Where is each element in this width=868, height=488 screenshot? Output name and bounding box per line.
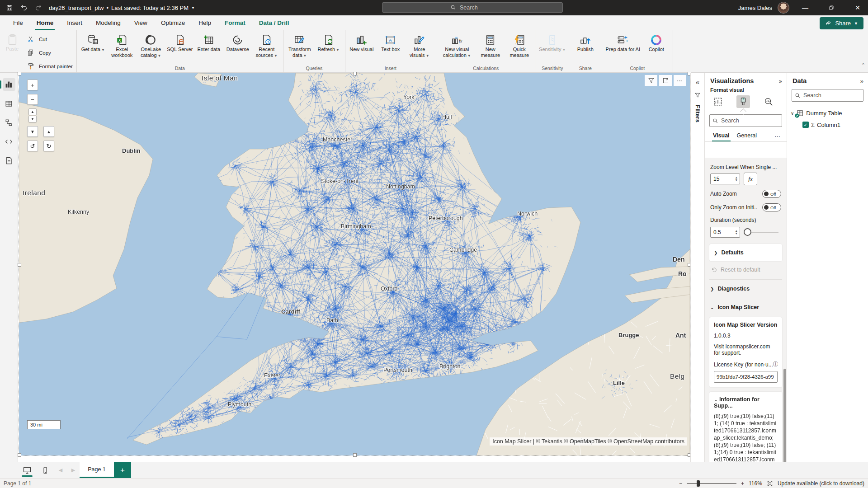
field-column1[interactable]: ✓ Σ Column1 (791, 119, 864, 131)
expand-filters-icon[interactable]: « (696, 78, 699, 86)
ribbon-button-dataverse[interactable]: Dataverse (223, 32, 252, 54)
reset-to-default[interactable]: Reset to default (711, 267, 781, 273)
menu-tab-format[interactable]: Format (218, 15, 252, 30)
ribbon-button-sensitivity[interactable]: Sensitivity▼ (538, 32, 567, 55)
focus-mode-icon[interactable] (659, 75, 672, 86)
ribbon-button-recent-sources[interactable]: Recent sources▼ (252, 32, 281, 60)
analytics-icon[interactable] (762, 95, 775, 108)
new-page-button[interactable]: + (114, 462, 131, 478)
build-visual-icon[interactable] (711, 95, 725, 108)
mobile-layout-icon[interactable] (36, 462, 54, 478)
document-title[interactable]: day26_transport_ptw • Last saved: Today … (49, 5, 195, 11)
redo-icon[interactable] (34, 4, 42, 12)
zoom-level-input[interactable]: 15▲▼ (710, 174, 740, 184)
info-icon[interactable]: ⓘ (773, 361, 778, 368)
ribbon-button-onelake-catalog[interactable]: OneLake catalog▼ (137, 32, 165, 60)
table-dummy-table[interactable]: ∨ Dummy Table (791, 107, 864, 119)
menu-tab-help[interactable]: Help (192, 15, 218, 30)
save-icon[interactable] (5, 4, 14, 12)
rotate-right-button[interactable]: ↻ (43, 141, 54, 151)
ribbon-button-sql-server[interactable]: SQL Server (165, 32, 194, 54)
stepper-arrows[interactable]: ▲▼ (735, 230, 740, 235)
resize-handle[interactable] (18, 453, 21, 457)
page-tab[interactable]: Page 1 (80, 462, 114, 478)
resize-handle[interactable] (18, 72, 21, 75)
resize-handle[interactable] (18, 263, 21, 267)
filters-pane-label[interactable]: Filters (694, 105, 701, 122)
zoom-slider[interactable] (687, 483, 736, 484)
checked-checkbox-icon[interactable]: ✓ (802, 122, 809, 128)
ribbon-button-enter-data[interactable]: Enter data (194, 32, 223, 54)
zoom-in-button[interactable]: + (27, 80, 38, 90)
tab-visual[interactable]: Visual (710, 131, 732, 141)
resize-handle[interactable] (353, 72, 357, 75)
format-visual-icon[interactable] (736, 95, 750, 108)
tab-general[interactable]: General (734, 131, 760, 141)
rail-tmdl-view[interactable] (3, 154, 15, 167)
duration-slider[interactable] (744, 232, 778, 233)
rail-model-view[interactable] (3, 116, 15, 129)
next-page-icon[interactable]: ▶ (67, 462, 80, 478)
zoom-slider-thumb[interactable] (697, 480, 700, 487)
rail-dax-query-view[interactable] (3, 135, 15, 148)
restore-button[interactable] (821, 0, 842, 15)
minimize-button[interactable]: — (795, 0, 816, 15)
pan-up-button[interactable]: ▲ (28, 108, 37, 115)
avatar[interactable] (778, 2, 789, 14)
ribbon-button-new-visual-calculation[interactable]: fxNew visual calculation▼ (438, 32, 476, 60)
ribbon-button-prep-data-for-ai[interactable]: Prep data for AI (604, 32, 642, 54)
format-search-input[interactable]: Search (709, 114, 782, 127)
previous-page-icon[interactable]: ◀ (54, 462, 67, 478)
rail-table-view[interactable] (3, 97, 15, 110)
undo-icon[interactable] (20, 4, 28, 12)
ribbon-button-cut[interactable]: Cut (23, 33, 75, 46)
ribbon-button-paste[interactable]: Paste (2, 32, 23, 53)
only-zoom-toggle[interactable]: Off (762, 203, 781, 211)
icon-map-slicer-visual[interactable]: Isle of ManYorkHullManchesterDublinStoke… (19, 73, 690, 456)
ribbon-button-refresh[interactable]: Refresh▼ (314, 32, 343, 55)
menu-tab-view[interactable]: View (127, 15, 154, 30)
license-key-input[interactable]: 99b1fda7-9f28-4326-a99 (714, 371, 778, 383)
ribbon-button-quick-measure[interactable]: Quick measure (505, 32, 534, 59)
menu-tab-modeling[interactable]: Modeling (89, 15, 127, 30)
resize-handle[interactable] (353, 453, 357, 457)
rotate-left-button[interactable]: ↺ (27, 141, 38, 151)
ribbon-button-get-data[interactable]: Get data▼ (79, 32, 108, 55)
tabs-more-icon[interactable]: ⋯ (774, 133, 782, 140)
tilt-up-button[interactable]: ▲ (43, 126, 54, 137)
rail-report-view[interactable] (3, 78, 15, 91)
duration-input[interactable]: 0.5▲▼ (710, 227, 740, 238)
close-button[interactable]: ✕ (847, 0, 868, 15)
ribbon-button-new-measure[interactable]: New measure (476, 32, 505, 59)
ribbon-button-publish[interactable]: Publish (571, 32, 600, 54)
slider-knob[interactable] (744, 228, 751, 236)
ribbon-button-more-visuals[interactable]: More visuals▼ (405, 32, 434, 60)
ribbon-button-format-painter[interactable]: Format painter (23, 60, 75, 73)
ribbon-button-transform-data[interactable]: Transform data▼ (285, 32, 314, 60)
stepper-arrows[interactable]: ▲▼ (735, 176, 740, 182)
ribbon-button-copilot[interactable]: Copilot (642, 32, 671, 54)
chevron-down-icon[interactable]: ∨ (791, 111, 794, 116)
visual-filter-icon[interactable] (645, 75, 657, 86)
ribbon-button-copy[interactable]: Copy (23, 46, 75, 59)
map-canvas[interactable] (19, 73, 690, 455)
menu-tab-optimize[interactable]: Optimize (154, 15, 192, 30)
zoom-out-icon[interactable]: − (679, 480, 682, 487)
global-search-input[interactable]: Search (382, 2, 563, 13)
scrollbar-thumb[interactable] (783, 369, 786, 468)
ribbon-button-new-visual[interactable]: New visual (347, 32, 376, 54)
icon-map-slicer-section[interactable]: ⌄Icon Map Slicer (709, 298, 782, 316)
zoom-out-button[interactable]: − (27, 94, 38, 105)
tilt-down-button[interactable]: ▼ (27, 126, 38, 137)
menu-tab-file[interactable]: File (6, 15, 30, 30)
ribbon-button-text-box[interactable]: AText box (376, 32, 405, 54)
more-options-icon[interactable]: ⋯ (674, 75, 686, 86)
collapse-visualizations-icon[interactable]: » (779, 78, 782, 84)
ribbon-button-excel-workbook[interactable]: XExcel workbook (108, 32, 137, 59)
defaults-section[interactable]: ❯Defaults (709, 244, 782, 261)
zoom-in-icon[interactable]: + (741, 480, 744, 487)
update-available-link[interactable]: Update available (click to download) (778, 480, 864, 487)
fx-button[interactable]: fx (744, 173, 757, 185)
menu-tab-data-drill[interactable]: Data / Drill (252, 15, 296, 30)
information-header[interactable]: ⌄ Information for Supp... (714, 396, 778, 409)
